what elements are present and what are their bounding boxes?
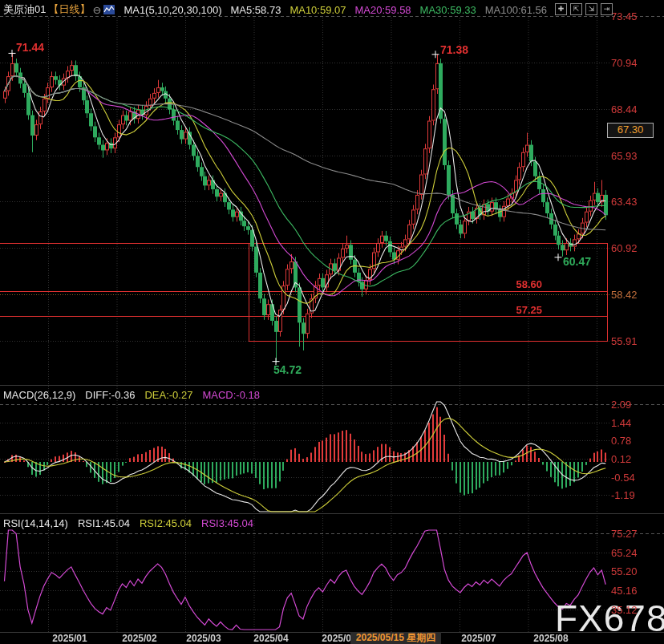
ma30-value: MA30:59.33 (420, 4, 476, 16)
support-line-label-2: 57.25 (481, 304, 542, 316)
month-label: 2025/04 (253, 633, 288, 644)
macd-macd-value: MACD:-0.18 (202, 389, 260, 401)
symbol-name: 美原油01 (3, 2, 46, 17)
trading-chart-app: 美原油01 【日线】 ⊖ MA1(5,10,20,30,100) MA5:58.… (0, 0, 664, 644)
macd-tick: 2.09 (611, 399, 631, 411)
month-label: 2025/02 (122, 633, 156, 644)
price-tick: 60.92 (611, 242, 638, 254)
macd-dea-value: DEA:-0.27 (144, 389, 192, 401)
ma10-value: MA10:59.07 (289, 4, 346, 16)
price-tick: 63.43 (611, 196, 638, 208)
price-tick: 55.91 (611, 335, 638, 347)
rsi-tick: 75.27 (611, 528, 638, 540)
rsi-tick: 65.24 (611, 547, 638, 559)
recent-low-label: 60.47 (563, 255, 591, 268)
rsi-tick: 55.20 (611, 565, 638, 577)
price-tick: 70.94 (611, 57, 638, 69)
ma20-value: MA20:59.58 (355, 4, 411, 16)
watermark-logo: FX678 (555, 597, 664, 640)
macd-diff-value: DIFF:-0.36 (85, 389, 135, 401)
period-label[interactable]: 【日线】 (48, 2, 90, 17)
rsi1-value: RSI1:45.04 (78, 517, 130, 529)
toolbar: ✚ ⇱ ⇲ ⇥ (555, 3, 613, 15)
scale-left-icon[interactable]: ⇱ (570, 3, 582, 15)
rsi-tick: 35.12 (611, 604, 638, 616)
ma5-value: MA5:58.73 (231, 4, 281, 16)
current-price-badge: 67.30 (607, 123, 654, 138)
macd-header: MACD(26,12,9) DIFF:-0.36 DEA:-0.27 MACD:… (3, 389, 260, 401)
macd-title[interactable]: MACD(26,12,9) (3, 389, 75, 401)
support-line-label-1: 58.60 (481, 278, 542, 290)
ma100-value: MA100:61.56 (485, 4, 547, 16)
price-tick: 68.44 (611, 103, 638, 115)
chart-high-label: 71.44 (16, 41, 44, 54)
chart-type-icon[interactable] (103, 5, 115, 14)
macd-tick: -1.19 (611, 489, 635, 501)
price-tick: 65.93 (611, 150, 638, 162)
macd-tick: -0.54 (611, 472, 635, 484)
chart-low-label: 54.72 (273, 363, 302, 376)
rsi2-value: RSI2:45.04 (140, 517, 192, 529)
macd-tick: 1.44 (611, 417, 631, 429)
rsi-header: RSI(14,14,14) RSI1:45.04 RSI2:45.04 RSI3… (3, 517, 253, 529)
main-header: 美原油01 【日线】 ⊖ MA1(5,10,20,30,100) MA5:58.… (3, 2, 547, 17)
scale-right-icon[interactable]: ⇲ (585, 3, 597, 15)
month-label: 2025/08 (533, 633, 568, 644)
exit-icon[interactable]: ⇥ (601, 3, 613, 15)
rsi-tick: 45.16 (611, 585, 638, 597)
month-label: 2025/01 (52, 633, 87, 644)
macd-tick: 0.12 (611, 453, 631, 465)
rsi3-value: RSI3:45.04 (201, 517, 253, 529)
month-label: 2025/07 (461, 633, 496, 644)
crosshair-date-badge: 2025/05/15 星期四 (350, 632, 441, 644)
ma-group-label[interactable]: MA1(5,10,20,30,100) (123, 4, 221, 16)
rsi-title[interactable]: RSI(14,14,14) (3, 517, 68, 529)
month-label: 2025/03 (186, 633, 221, 644)
spike-high-label: 71.38 (440, 43, 468, 56)
price-tick: 73.45 (611, 10, 638, 22)
collapse-icon[interactable]: ⊖ (92, 4, 101, 16)
chart-canvas[interactable] (0, 0, 664, 644)
macd-tick: 0.78 (611, 435, 631, 447)
prev-close-tick: 58.42 (611, 289, 638, 301)
pan-icon[interactable]: ✚ (555, 3, 567, 15)
